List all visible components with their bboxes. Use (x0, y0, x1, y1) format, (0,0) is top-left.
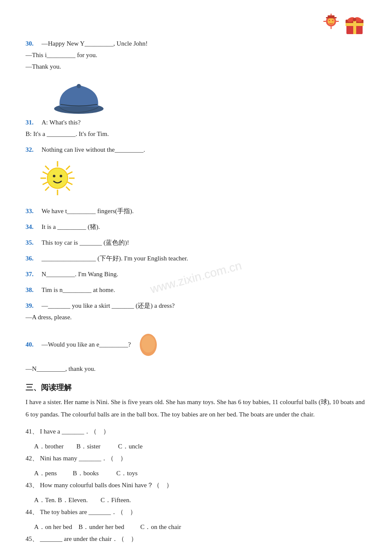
mc-options-43: A．Ten. B．Eleven. C．Fifteen. (34, 494, 366, 506)
question-35: 35. This toy car is _______ (蓝色的)! (26, 237, 366, 249)
svg-line-24 (66, 187, 70, 191)
svg-point-18 (77, 84, 81, 88)
svg-line-26 (45, 187, 49, 191)
question-40: 40. —Would you like an e_________? —N___… (26, 330, 366, 375)
mc-options-41: A．brother B．sister C．uncle (34, 440, 366, 453)
svg-point-31 (47, 168, 68, 188)
question-39: 39. —_______ you like a skirt _______ (还… (26, 300, 366, 323)
hat-icon (51, 77, 107, 115)
svg-point-32 (53, 175, 55, 177)
question-38: 38. Tim is n_________ at home. (26, 284, 366, 296)
egg-icon (137, 330, 160, 357)
mc-options-42: A．pens B．books C．toys (34, 467, 366, 480)
mc-question-42: 42、 Nini has many _______．（ ） (26, 452, 366, 465)
q30-line2: —This i_________ for you. (26, 49, 366, 61)
gift-icon (343, 13, 366, 36)
sun-icon (38, 159, 77, 197)
svg-line-25 (66, 166, 70, 170)
svg-line-30 (67, 182, 72, 185)
svg-rect-13 (346, 23, 363, 26)
question-37: 37. N_________. I'm Wang Bing. (26, 269, 366, 280)
q30-line3: —Thank you. (26, 61, 366, 72)
reading-passage: I have a sister. Her name is Nini. She i… (26, 396, 366, 420)
question-33: 33. We have t_________ fingers(手指). (26, 205, 366, 217)
celebration-icon (320, 13, 343, 36)
question-36: 36. _________________ (下午好). I'm your En… (26, 253, 366, 264)
svg-rect-9 (326, 17, 337, 18)
svg-point-16 (353, 18, 356, 21)
mc-options-44: A．on her bed B．under her bed C．on the ch… (34, 521, 366, 533)
q32-line1: 32. Nothing can live without the________… (26, 144, 366, 156)
svg-line-23 (45, 166, 49, 170)
svg-point-35 (141, 335, 155, 353)
mc-question-44: 44、 The toy babies are _______．（ ） (26, 506, 366, 518)
mc-question-43: 43、 How many colourful balls does Nini h… (26, 479, 366, 491)
svg-rect-12 (353, 20, 356, 34)
svg-line-27 (43, 172, 48, 174)
question-30: 30. —Happy New Y_________, Uncle John! —… (26, 13, 366, 72)
q31-line2: B: It's a _________. It's for Tim. (26, 128, 366, 140)
q30-line1: 30. —Happy New Y_________, Uncle John! (26, 38, 366, 49)
q31-line1: 31. A: What's this? (26, 117, 366, 128)
svg-point-6 (329, 20, 330, 21)
question-34: 34. It is a _________ (猪). (26, 221, 366, 233)
svg-line-28 (67, 172, 72, 174)
section-title: 三、阅读理解 (26, 382, 366, 393)
mc-question-41: 41、 I have a _______．（ ） (26, 425, 366, 438)
mc-question-45: 45、 _______ are under the chair．（ ） (26, 533, 366, 545)
question-31: 31. A: What's this? B: It's a _________.… (26, 77, 366, 140)
svg-line-29 (43, 182, 48, 185)
question-32: 32. Nothing can live without the________… (26, 144, 366, 201)
svg-point-7 (332, 20, 334, 21)
svg-point-33 (60, 175, 62, 177)
